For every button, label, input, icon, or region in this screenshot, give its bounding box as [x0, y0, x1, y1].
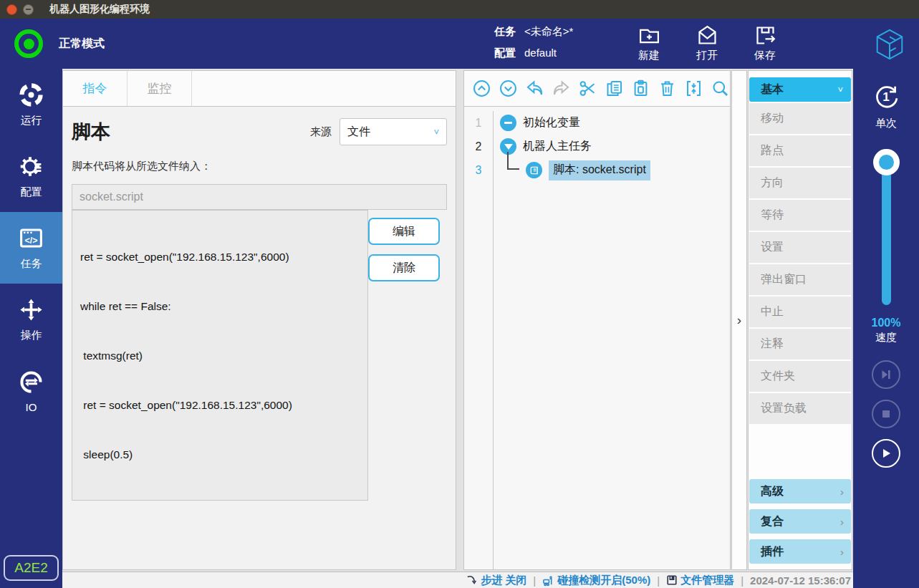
- clear-button[interactable]: 清除: [368, 254, 440, 281]
- page-title: 脚本: [72, 119, 110, 145]
- source-label: 来源: [310, 125, 332, 139]
- new-button[interactable]: 新建: [630, 24, 668, 62]
- speed-slider-track[interactable]: [882, 159, 891, 305]
- delete-icon[interactable]: [658, 79, 677, 98]
- step-forward-icon: [880, 368, 892, 381]
- run-cycle-toggle[interactable]: 1 单次: [870, 80, 903, 130]
- window-minimize-button[interactable]: [23, 4, 34, 15]
- speed-slider[interactable]: [872, 149, 900, 305]
- move-down-icon[interactable]: [499, 79, 518, 98]
- task-value: <未命名>*: [524, 25, 573, 39]
- task-config-block: 任务 <未命名>* 配置 default: [494, 25, 573, 60]
- sidebar-item-run[interactable]: 运行: [0, 69, 62, 140]
- code-line: textmsg(ret): [80, 496, 360, 501]
- sidebar-item-task[interactable]: </> 任务: [0, 212, 62, 284]
- cut-icon[interactable]: [578, 79, 597, 98]
- command-item-abort[interactable]: 中止: [749, 297, 851, 327]
- file-manager-button[interactable]: 文件管理器: [666, 574, 734, 587]
- code-line: while ret == False:: [80, 298, 360, 314]
- instruction-panel: 指令 监控 脚本 来源 文件 ˅ 脚本代码将从所选文: [62, 70, 456, 570]
- command-group-label: 基本: [761, 82, 784, 97]
- speed-slider-handle[interactable]: [873, 149, 900, 175]
- move-arrows-icon: [18, 297, 44, 323]
- command-group-advanced[interactable]: 高级 ›: [749, 479, 851, 503]
- command-item-folder[interactable]: 文件夹: [749, 361, 851, 392]
- save-icon: [754, 24, 777, 47]
- collapse-icon[interactable]: [684, 79, 703, 98]
- command-item-move[interactable]: 移动: [749, 103, 851, 134]
- code-line: ret = socket_open("192.168.15.123",6000): [80, 397, 360, 413]
- app-header: 正常模式 任务 <未命名>* 配置 default 新建 打开: [0, 19, 919, 69]
- search-icon[interactable]: [711, 79, 730, 98]
- play-icon: [880, 447, 892, 460]
- save-button-label: 保存: [754, 49, 776, 62]
- speed-label: 速度: [875, 331, 897, 344]
- tree-row-init-vars[interactable]: 初始化变量: [494, 111, 730, 135]
- playback-controls: [872, 360, 900, 468]
- step-mode-status[interactable]: 步进 关闭: [466, 574, 526, 587]
- collision-detect-status[interactable]: 碰撞检测开启(50%): [542, 574, 650, 587]
- source-select[interactable]: 文件 ˅: [340, 118, 447, 145]
- play-button[interactable]: [872, 439, 900, 468]
- left-nav-sidebar: 运行 配置 </> 任务: [0, 69, 62, 588]
- collapse-node-icon[interactable]: [500, 115, 516, 131]
- file-manager-label: 文件管理器: [680, 574, 734, 587]
- cycle-label: 单次: [870, 117, 903, 130]
- tab-monitor[interactable]: 监控: [127, 71, 192, 106]
- window-close-button[interactable]: [6, 4, 17, 15]
- sidebar-item-io[interactable]: IO: [0, 355, 62, 427]
- move-up-icon[interactable]: [472, 79, 491, 98]
- redo-icon[interactable]: [552, 79, 571, 98]
- command-group-composite[interactable]: 复合 ›: [749, 509, 851, 534]
- paste-icon[interactable]: [631, 79, 650, 98]
- line-number: 1: [464, 111, 493, 135]
- command-item-direction[interactable]: 方向: [749, 168, 851, 198]
- copy-icon[interactable]: [605, 79, 624, 98]
- script-file-input[interactable]: [72, 184, 447, 210]
- io-cycle-icon: [18, 369, 44, 395]
- tree-row-main-task[interactable]: 机器人主任务: [494, 135, 730, 158]
- stop-button[interactable]: [872, 400, 900, 428]
- main-column: 指令 监控 脚本 来源 文件 ˅ 脚本代码将从所选文: [62, 69, 853, 588]
- status-separator: |: [741, 574, 744, 587]
- config-label: 配置: [494, 47, 516, 60]
- tab-instruction[interactable]: 指令: [63, 71, 127, 106]
- robot-model-badge[interactable]: A2E2: [4, 555, 58, 581]
- step-forward-button[interactable]: [872, 360, 900, 389]
- tree-connector: [507, 152, 519, 170]
- command-group-basic[interactable]: 基本 ˅: [749, 77, 851, 102]
- sidebar-item-label: 任务: [21, 257, 42, 271]
- command-item-comment[interactable]: 注释: [749, 329, 851, 360]
- command-item-popup[interactable]: 弹出窗口: [749, 264, 851, 295]
- command-group-plugin[interactable]: 插件 ›: [749, 539, 851, 564]
- panel-collapse-handle[interactable]: ›: [731, 70, 747, 570]
- line-number-gutter: 1 2 3: [464, 111, 494, 569]
- brand-logo-icon: [872, 26, 908, 62]
- code-line: sleep(0.5): [80, 446, 360, 463]
- sidebar-item-label: IO: [26, 401, 37, 413]
- header-actions: 新建 打开 保存: [630, 24, 784, 62]
- command-item-set-payload[interactable]: 设置负载: [749, 393, 851, 424]
- program-tree-panel: 1 2 3 初始化变量 机器人主任务: [463, 70, 731, 570]
- undo-icon[interactable]: [525, 79, 544, 98]
- speed-value: 100%: [872, 317, 901, 329]
- status-timestamp: 2024-07-12 15:36:07: [750, 574, 851, 587]
- sidebar-item-config[interactable]: 配置: [0, 140, 62, 212]
- command-item-set[interactable]: 设置: [749, 232, 851, 263]
- stop-icon: [880, 408, 892, 420]
- command-panel: 基本 ˅ 移动 路点 方向 等待 设置 弹出窗口 中止 注释 文件夹 设置负载 …: [748, 70, 852, 570]
- source-select-value: 文件: [347, 125, 370, 140]
- chevron-right-icon: ›: [840, 546, 844, 558]
- tree-toolbar: [464, 71, 730, 107]
- command-item-waypoint[interactable]: 路点: [749, 135, 851, 166]
- edit-button[interactable]: 编辑: [368, 218, 440, 245]
- open-button[interactable]: 打开: [688, 24, 726, 62]
- chevron-right-icon: ›: [737, 312, 741, 328]
- window-title: 机器人图形化编程环境: [49, 3, 150, 16]
- tree-row-script[interactable]: 脚本: socket.script: [494, 158, 730, 182]
- save-button[interactable]: 保存: [746, 24, 784, 62]
- mode-text: 正常模式: [59, 37, 105, 52]
- command-item-wait[interactable]: 等待: [749, 200, 851, 231]
- mode-indicator: 正常模式: [14, 29, 105, 58]
- sidebar-item-operate[interactable]: 操作: [0, 284, 62, 355]
